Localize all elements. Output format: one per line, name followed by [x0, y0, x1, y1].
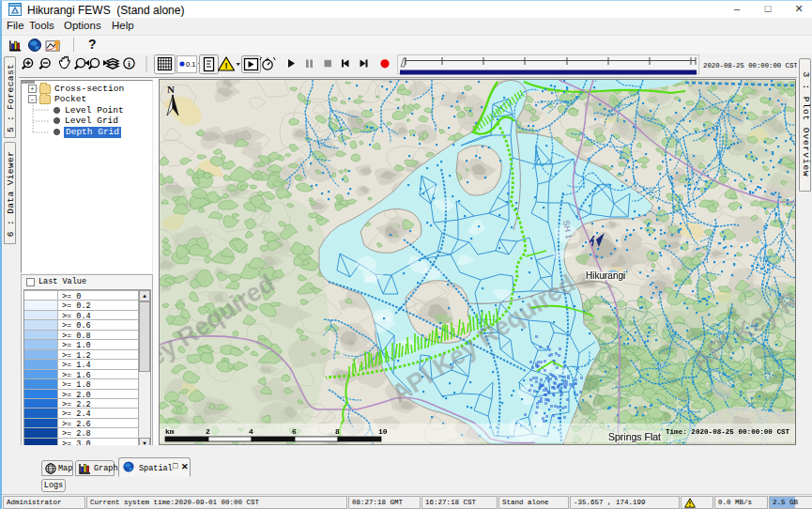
- svg-text:0.1: 0.1: [186, 60, 195, 69]
- svg-text:km: km: [165, 427, 175, 436]
- svg-text:Time: 2020-08-25 00:00:00 CST: Time: 2020-08-25 00:00:00 CST: [666, 428, 790, 436]
- svg-text:10: 10: [378, 427, 388, 436]
- svg-text:2020-08-25 00:00:00 CST: 2020-08-25 00:00:00 CST: [703, 62, 798, 69]
- svg-text:Springs Flat: Springs Flat: [608, 431, 661, 442]
- svg-text:i: i: [128, 59, 130, 69]
- svg-text:6: 6: [292, 427, 297, 436]
- svg-text:2: 2: [206, 427, 210, 436]
- svg-text:N: N: [167, 84, 175, 95]
- svg-text:!: !: [225, 61, 228, 70]
- svg-text:4: 4: [249, 427, 253, 436]
- svg-text:8: 8: [335, 427, 340, 436]
- svg-text:Hikurangi: Hikurangi: [586, 270, 625, 281]
